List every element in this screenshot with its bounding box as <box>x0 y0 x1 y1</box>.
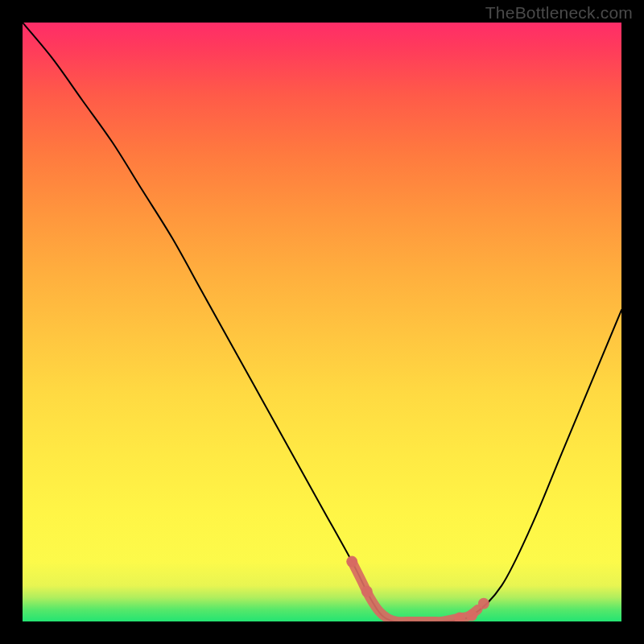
optimal-zone-highlight <box>346 556 489 621</box>
chart-plot <box>23 23 621 621</box>
highlight-dot <box>478 598 489 609</box>
highlight-dot <box>466 610 477 621</box>
highlight-dot <box>361 586 373 597</box>
curve-layer <box>23 23 621 621</box>
highlight-dot <box>346 556 357 568</box>
bottleneck-curve <box>23 23 621 621</box>
watermark-text: TheBottleneck.com <box>485 3 633 23</box>
